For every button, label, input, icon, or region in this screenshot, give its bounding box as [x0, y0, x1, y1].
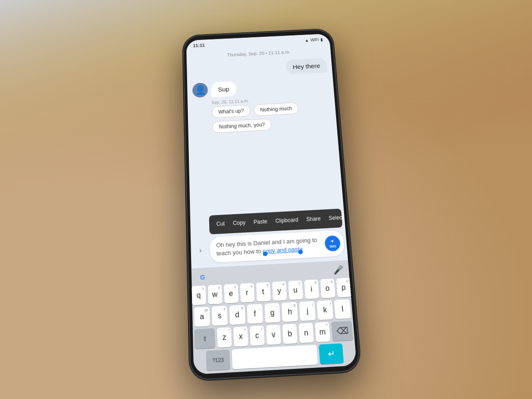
phone-screen: 11:11 ▲ WiFi ▮ Thursday, Sep. 20 • 11:11…	[186, 34, 357, 375]
key-v[interactable]: "v	[266, 325, 281, 345]
backspace-key[interactable]: ⌫	[331, 321, 353, 341]
key-b[interactable]: 'b	[282, 324, 297, 344]
key-g[interactable]: -g	[264, 303, 281, 323]
key-r[interactable]: 4r	[240, 283, 254, 302]
key-t[interactable]: 5t	[256, 282, 270, 301]
key-n[interactable]: :n	[299, 323, 314, 343]
key-q[interactable]: 1q	[192, 286, 206, 305]
sms-send-button[interactable]: ➤ SMS	[324, 235, 340, 251]
shift-key[interactable]: ⇧	[194, 328, 215, 349]
message-input[interactable]: Cut Copy Paste Clipboard Share Select al…	[210, 230, 345, 263]
sent-message-text: Hey there	[293, 62, 321, 70]
key-m[interactable]: ?m	[315, 322, 330, 342]
key-p[interactable]: 0p	[336, 278, 351, 297]
key-x[interactable]: +x	[233, 326, 248, 347]
sms-label: SMS	[329, 244, 336, 249]
paste-button[interactable]: Paste	[250, 216, 271, 228]
sent-message-bubble: Hey there	[286, 58, 327, 75]
share-button[interactable]: Share	[302, 213, 325, 226]
key-f[interactable]: _f	[247, 304, 263, 324]
signal-icon: ▲	[305, 38, 309, 42]
wifi-icon: WiFi	[310, 37, 319, 42]
send-arrow-icon: ➤	[329, 238, 336, 245]
avatar: 👤	[192, 82, 208, 98]
key-d[interactable]: $d	[229, 305, 245, 325]
key-c[interactable]: !c	[250, 325, 265, 346]
received-message-text: Sup	[218, 86, 229, 93]
smart-reply-whatsup[interactable]: What's up?	[212, 105, 251, 118]
expand-button[interactable]: ›	[194, 243, 208, 258]
copy-button[interactable]: Copy	[229, 217, 250, 229]
status-time: 11:11	[193, 43, 205, 48]
key-l[interactable]: 'l	[334, 299, 351, 319]
key-o[interactable]: 9o	[320, 278, 335, 298]
selection-handle-right[interactable]	[298, 250, 303, 254]
key-y[interactable]: 6y	[272, 281, 287, 301]
status-icons: ▲ WiFi ▮	[305, 37, 323, 43]
input-text-highlighted: copy and pasta	[262, 245, 303, 254]
key-w[interactable]: 2w	[207, 285, 222, 304]
scene: 11:11 ▲ WiFi ▮ Thursday, Sep. 20 • 11:11…	[0, 0, 532, 399]
symbols-key[interactable]: ?123	[206, 349, 231, 371]
key-e[interactable]: 3e	[224, 284, 239, 303]
space-key[interactable]	[232, 345, 318, 369]
messages-area: Thursday, Sep. 20 • 11:11 a.m. Hey there…	[187, 44, 345, 234]
key-j[interactable]: (j	[299, 301, 316, 321]
smart-reply-nothing-much-you[interactable]: Nothing much, you?	[212, 118, 272, 133]
received-message-bubble: Sup	[211, 81, 237, 97]
key-z[interactable]: *z	[217, 327, 232, 348]
phone-device: 11:11 ▲ WiFi ▮ Thursday, Sep. 20 • 11:11…	[183, 29, 361, 381]
key-k[interactable]: )k	[317, 300, 333, 320]
selection-handle-left[interactable]	[263, 251, 268, 256]
google-logo: G	[197, 271, 208, 283]
key-u[interactable]: 7u	[288, 280, 303, 300]
cut-button[interactable]: Cut	[213, 218, 229, 230]
keyboard: G 🎤 1q 2w 3e 4r 5t 6y 7u 8i 9o 0p	[192, 260, 357, 375]
mic-icon[interactable]: 🎤	[333, 265, 344, 275]
battery-icon: ▮	[320, 37, 323, 42]
enter-key[interactable]: ↵	[319, 343, 344, 364]
smart-replies: What's up? Nothing much Nothing much, yo…	[193, 99, 332, 137]
key-h[interactable]: &h	[282, 302, 298, 322]
clipboard-button[interactable]: Clipboard	[271, 215, 302, 227]
key-i[interactable]: 8i	[304, 279, 319, 299]
smart-reply-nothing-much[interactable]: Nothing much	[254, 102, 299, 116]
key-s[interactable]: #s	[211, 306, 227, 326]
received-message-row: 👤 Sup	[192, 77, 329, 98]
key-a[interactable]: @a	[194, 307, 210, 327]
